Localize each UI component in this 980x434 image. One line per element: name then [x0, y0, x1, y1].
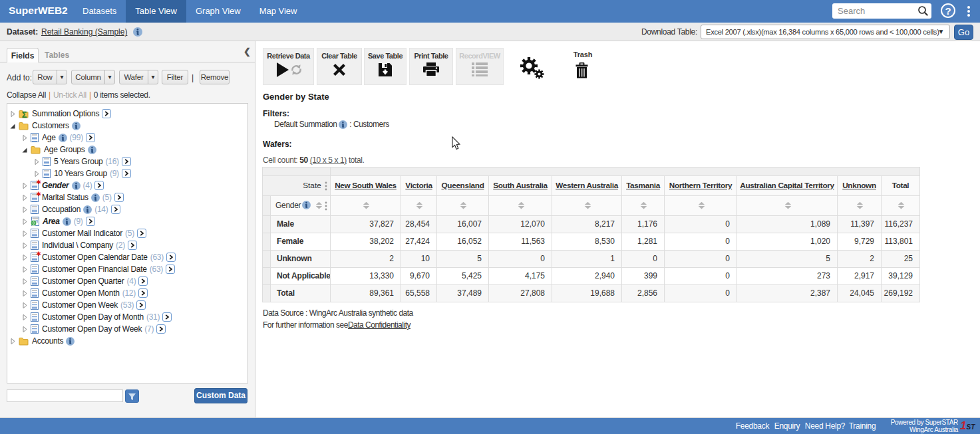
svg-text:Σ: Σ — [22, 110, 27, 118]
